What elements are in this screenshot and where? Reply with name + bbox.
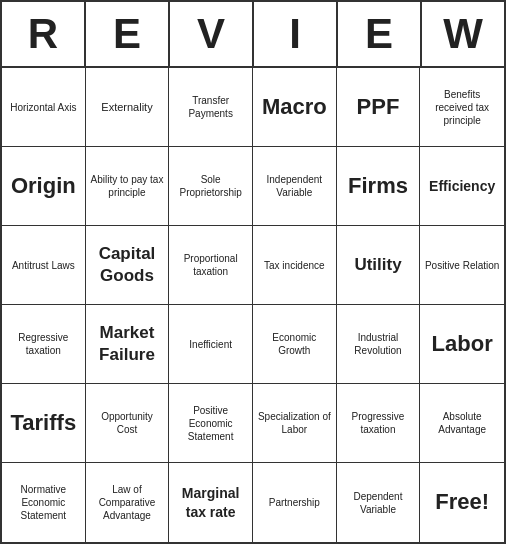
cell-label: Law of Comparative Advantage: [90, 483, 165, 522]
bingo-cell[interactable]: Efficiency: [420, 147, 504, 226]
bingo-cell[interactable]: Marginal tax rate: [169, 463, 253, 542]
cell-label: PPF: [357, 93, 400, 122]
cell-label: Positive Economic Statement: [173, 404, 248, 443]
cell-label: Industrial Revolution: [341, 331, 416, 357]
bingo-cell[interactable]: Externality: [86, 68, 170, 147]
bingo-cell[interactable]: Origin: [2, 147, 86, 226]
bingo-cell[interactable]: Proportional taxation: [169, 226, 253, 305]
cell-label: Antitrust Laws: [12, 259, 75, 272]
bingo-cell[interactable]: Independent Variable: [253, 147, 337, 226]
cell-label: Transfer Payments: [173, 94, 248, 120]
bingo-cell[interactable]: Regressive taxation: [2, 305, 86, 384]
bingo-cell[interactable]: Free!: [420, 463, 504, 542]
bingo-cell[interactable]: Progressive taxation: [337, 384, 421, 463]
bingo-cell[interactable]: Utility: [337, 226, 421, 305]
cell-label: Tariffs: [11, 409, 77, 438]
cell-label: Labor: [432, 330, 493, 359]
bingo-cell[interactable]: Positive Economic Statement: [169, 384, 253, 463]
cell-label: Capital Goods: [90, 243, 165, 287]
cell-label: Regressive taxation: [6, 331, 81, 357]
bingo-cell[interactable]: Labor: [420, 305, 504, 384]
cell-label: Progressive taxation: [341, 410, 416, 436]
bingo-cell[interactable]: Horizontal Axis: [2, 68, 86, 147]
bingo-grid: Horizontal AxisExternalityTransfer Payme…: [2, 68, 504, 542]
cell-label: Firms: [348, 172, 408, 201]
bingo-cell[interactable]: Opportunity Cost: [86, 384, 170, 463]
bingo-cell[interactable]: Industrial Revolution: [337, 305, 421, 384]
bingo-cell[interactable]: Specialization of Labor: [253, 384, 337, 463]
cell-label: Normative Economic Statement: [6, 483, 81, 522]
header-letter: R: [2, 2, 86, 66]
cell-label: Inefficient: [189, 338, 232, 351]
cell-label: Horizontal Axis: [10, 101, 76, 114]
bingo-cell[interactable]: Dependent Variable: [337, 463, 421, 542]
cell-label: Sole Proprietorship: [173, 173, 248, 199]
bingo-cell[interactable]: Firms: [337, 147, 421, 226]
header-letter: W: [422, 2, 504, 66]
header-letter: E: [86, 2, 170, 66]
header-letter: I: [254, 2, 338, 66]
cell-label: Proportional taxation: [173, 252, 248, 278]
bingo-cell[interactable]: Benefits received tax principle: [420, 68, 504, 147]
bingo-cell[interactable]: Positive Relation: [420, 226, 504, 305]
cell-label: Partnership: [269, 496, 320, 509]
cell-label: Utility: [354, 254, 401, 276]
cell-label: Specialization of Labor: [257, 410, 332, 436]
bingo-cell[interactable]: Tariffs: [2, 384, 86, 463]
bingo-cell[interactable]: Antitrust Laws: [2, 226, 86, 305]
bingo-cell[interactable]: PPF: [337, 68, 421, 147]
bingo-cell[interactable]: Normative Economic Statement: [2, 463, 86, 542]
bingo-cell[interactable]: Transfer Payments: [169, 68, 253, 147]
bingo-cell[interactable]: Sole Proprietorship: [169, 147, 253, 226]
bingo-cell[interactable]: Macro: [253, 68, 337, 147]
cell-label: Ability to pay tax principle: [90, 173, 165, 199]
cell-label: Marginal tax rate: [173, 484, 248, 520]
cell-label: Economic Growth: [257, 331, 332, 357]
cell-label: Efficiency: [429, 177, 495, 195]
bingo-cell[interactable]: Inefficient: [169, 305, 253, 384]
bingo-header: REVIEW: [2, 2, 504, 68]
cell-label: Externality: [101, 100, 152, 114]
cell-label: Independent Variable: [257, 173, 332, 199]
cell-label: Dependent Variable: [341, 490, 416, 516]
bingo-cell[interactable]: Absolute Advantage: [420, 384, 504, 463]
bingo-cell[interactable]: Partnership: [253, 463, 337, 542]
bingo-cell[interactable]: Law of Comparative Advantage: [86, 463, 170, 542]
bingo-cell[interactable]: Tax incidence: [253, 226, 337, 305]
bingo-cell[interactable]: Market Failure: [86, 305, 170, 384]
bingo-cell[interactable]: Ability to pay tax principle: [86, 147, 170, 226]
cell-label: Origin: [11, 172, 76, 201]
cell-label: Tax incidence: [264, 259, 325, 272]
header-letter: E: [338, 2, 422, 66]
cell-label: Macro: [262, 93, 327, 122]
cell-label: Market Failure: [90, 322, 165, 366]
cell-label: Benefits received tax principle: [424, 88, 500, 127]
cell-label: Absolute Advantage: [424, 410, 500, 436]
bingo-cell[interactable]: Capital Goods: [86, 226, 170, 305]
cell-label: Positive Relation: [425, 259, 499, 272]
header-letter: V: [170, 2, 254, 66]
bingo-card: REVIEW Horizontal AxisExternalityTransfe…: [0, 0, 506, 544]
cell-label: Free!: [435, 488, 489, 517]
cell-label: Opportunity Cost: [90, 410, 165, 436]
bingo-cell[interactable]: Economic Growth: [253, 305, 337, 384]
